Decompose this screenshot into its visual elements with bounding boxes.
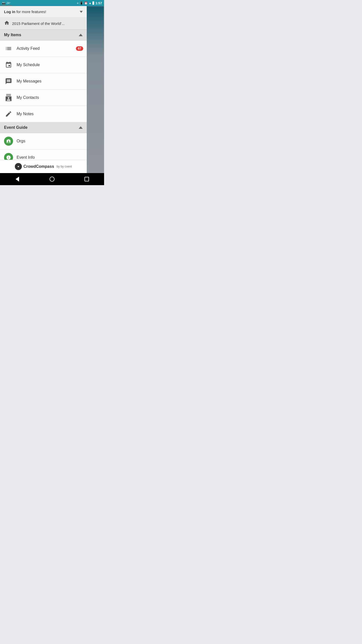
status-right: ⎆ 📳 ⏰ ▲ ▊ 1:57 [77,1,102,5]
photo-icon: 📷 [2,2,6,5]
my-messages-label: My Messages [17,79,41,84]
my-contacts-icon [4,93,13,102]
24-icon: 24⁺ [7,2,11,5]
menu-item-my-schedule[interactable]: My Schedule [0,57,87,73]
activity-feed-label: Activity Feed [17,46,40,51]
my-items-section-header[interactable]: My Items [0,30,87,41]
menu-item-my-messages[interactable]: My Messages [0,73,87,90]
login-bar[interactable]: Log in for more features! [0,6,87,18]
activity-feed-icon [4,44,13,53]
side-drawer: Log in for more features! 2015 Parliamen… [0,6,87,173]
menu-item-event-info[interactable]: Event Info [0,149,87,160]
my-schedule-icon [4,60,13,69]
right-dim-overlay[interactable] [87,6,104,173]
time-display: 1:57 [96,1,102,5]
login-label-bold: Log in [4,10,15,14]
by-cvent-text: by by cvent [57,165,72,168]
menu-item-activity-feed[interactable]: Activity Feed 67 [0,41,87,57]
back-button[interactable] [12,174,22,184]
menu-scroll: My Items Activity Feed 67 My Schedule [0,30,87,160]
my-notes-label: My Notes [17,112,34,116]
event-title-bar[interactable]: 2015 Parliament of the World'... [0,18,87,30]
activity-feed-badge: 67 [76,46,83,51]
crowdcompass-text: CrowdCompass [23,164,54,169]
menu-item-my-notes[interactable]: My Notes [0,106,87,122]
crowdcompass-icon [15,163,22,170]
event-title-text: 2015 Parliament of the World'... [12,21,65,26]
home-circle-icon [50,177,55,182]
status-left: 📷 24⁺ [2,2,11,5]
my-items-collapse-icon[interactable] [79,34,83,36]
bluetooth-icon: ⎆ [77,2,79,5]
login-suffix: for more features! [15,10,46,14]
signal-icon: ▊ [93,2,95,5]
bottom-nav [0,173,104,185]
my-schedule-label: My Schedule [17,63,40,67]
event-info-icon [4,153,13,160]
footer: CrowdCompass by by cvent [0,160,87,173]
recents-button[interactable] [82,174,92,184]
chevron-down-icon[interactable] [80,11,83,13]
status-bar: 📷 24⁺ ⎆ 📳 ⏰ ▲ ▊ 1:57 [0,0,104,6]
orgs-icon [4,137,13,146]
home-button[interactable] [47,174,57,184]
clock-icon: ⏰ [84,2,88,5]
my-notes-icon [4,109,13,118]
vibrate-icon: 📳 [80,2,83,5]
orgs-label: Orgs [17,139,25,143]
event-guide-collapse-icon[interactable] [79,126,83,129]
event-info-label: Event Info [17,155,35,160]
back-icon [16,177,19,182]
crowdcompass-logo: CrowdCompass by by cvent [15,163,72,170]
event-guide-section-header[interactable]: Event Guide [0,122,87,133]
home-icon [4,20,10,27]
my-items-label: My Items [4,33,21,37]
my-contacts-label: My Contacts [17,95,39,100]
recents-square-icon [84,177,89,181]
menu-item-my-contacts[interactable]: My Contacts [0,90,87,106]
wifi-icon: ▲ [89,2,92,5]
cvent-text: by cvent [61,165,72,168]
login-text: Log in for more features! [4,10,46,14]
menu-item-orgs[interactable]: Orgs [0,133,87,149]
event-guide-label: Event Guide [4,125,27,130]
my-messages-icon [4,77,13,86]
